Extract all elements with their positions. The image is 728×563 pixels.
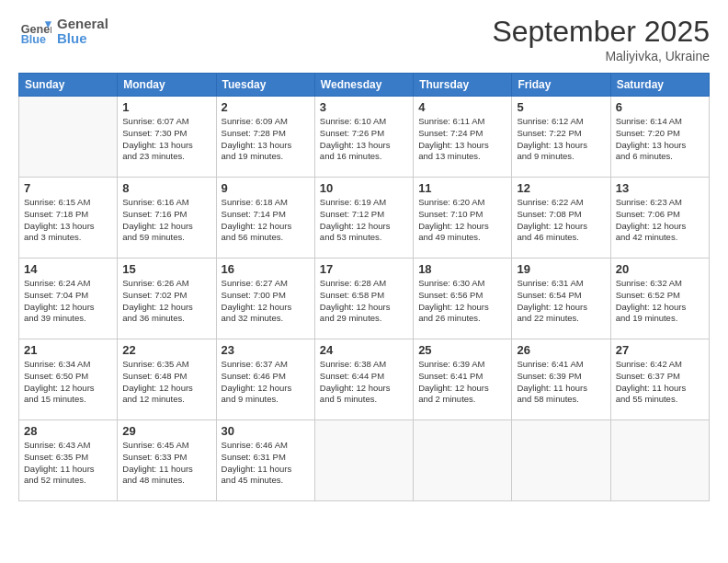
svg-text:Blue: Blue bbox=[21, 33, 46, 46]
day-info: Sunrise: 6:35 AM Sunset: 6:48 PM Dayligh… bbox=[122, 359, 210, 406]
day-number: 22 bbox=[122, 343, 210, 357]
title-block: September 2025 Maliyivka, Ukraine bbox=[492, 15, 710, 63]
calendar-cell: 3Sunrise: 6:10 AM Sunset: 7:26 PM Daylig… bbox=[314, 97, 413, 178]
day-number: 13 bbox=[616, 181, 704, 195]
calendar-cell bbox=[414, 420, 512, 501]
day-info: Sunrise: 6:45 AM Sunset: 6:33 PM Dayligh… bbox=[122, 440, 210, 487]
day-header-saturday: Saturday bbox=[610, 74, 709, 97]
header: General Blue General Blue September 2025… bbox=[18, 15, 710, 63]
calendar-cell: 17Sunrise: 6:28 AM Sunset: 6:58 PM Dayli… bbox=[314, 259, 413, 339]
day-number: 8 bbox=[122, 181, 210, 195]
day-header-friday: Friday bbox=[512, 74, 610, 97]
day-info: Sunrise: 6:39 AM Sunset: 6:41 PM Dayligh… bbox=[418, 359, 506, 406]
calendar-cell bbox=[512, 420, 610, 501]
day-info: Sunrise: 6:30 AM Sunset: 6:56 PM Dayligh… bbox=[418, 278, 506, 325]
day-number: 18 bbox=[418, 262, 506, 276]
day-number: 23 bbox=[222, 343, 310, 357]
day-number: 6 bbox=[616, 100, 704, 114]
day-info: Sunrise: 6:18 AM Sunset: 7:14 PM Dayligh… bbox=[222, 197, 310, 244]
day-info: Sunrise: 6:07 AM Sunset: 7:30 PM Dayligh… bbox=[122, 116, 210, 163]
calendar-cell: 25Sunrise: 6:39 AM Sunset: 6:41 PM Dayli… bbox=[414, 339, 512, 420]
day-number: 15 bbox=[122, 262, 210, 276]
calendar-cell: 5Sunrise: 6:12 AM Sunset: 7:22 PM Daylig… bbox=[512, 97, 610, 178]
day-info: Sunrise: 6:42 AM Sunset: 6:37 PM Dayligh… bbox=[616, 359, 704, 406]
week-row-5: 28Sunrise: 6:43 AM Sunset: 6:35 PM Dayli… bbox=[19, 420, 710, 501]
day-info: Sunrise: 6:26 AM Sunset: 7:02 PM Dayligh… bbox=[122, 278, 210, 325]
month-title: September 2025 bbox=[492, 15, 710, 49]
page: General Blue General Blue September 2025… bbox=[0, 0, 728, 563]
day-info: Sunrise: 6:32 AM Sunset: 6:52 PM Dayligh… bbox=[616, 278, 704, 325]
day-info: Sunrise: 6:20 AM Sunset: 7:10 PM Dayligh… bbox=[418, 197, 506, 244]
calendar-cell: 19Sunrise: 6:31 AM Sunset: 6:54 PM Dayli… bbox=[512, 259, 610, 339]
calendar-cell: 18Sunrise: 6:30 AM Sunset: 6:56 PM Dayli… bbox=[414, 259, 512, 339]
day-number: 30 bbox=[222, 424, 310, 438]
calendar-cell: 1Sunrise: 6:07 AM Sunset: 7:30 PM Daylig… bbox=[118, 97, 216, 178]
day-info: Sunrise: 6:41 AM Sunset: 6:39 PM Dayligh… bbox=[517, 359, 605, 406]
calendar-cell bbox=[610, 420, 709, 501]
week-row-4: 21Sunrise: 6:34 AM Sunset: 6:50 PM Dayli… bbox=[19, 339, 710, 420]
logo-line1: General bbox=[57, 17, 108, 32]
logo: General Blue General Blue bbox=[18, 15, 108, 48]
calendar-cell: 22Sunrise: 6:35 AM Sunset: 6:48 PM Dayli… bbox=[118, 339, 216, 420]
day-info: Sunrise: 6:27 AM Sunset: 7:00 PM Dayligh… bbox=[222, 278, 310, 325]
calendar-cell: 16Sunrise: 6:27 AM Sunset: 7:00 PM Dayli… bbox=[216, 259, 314, 339]
week-row-3: 14Sunrise: 6:24 AM Sunset: 7:04 PM Dayli… bbox=[19, 259, 710, 339]
day-number: 9 bbox=[222, 181, 310, 195]
day-info: Sunrise: 6:09 AM Sunset: 7:28 PM Dayligh… bbox=[222, 116, 310, 163]
day-info: Sunrise: 6:23 AM Sunset: 7:06 PM Dayligh… bbox=[616, 197, 704, 244]
day-info: Sunrise: 6:46 AM Sunset: 6:31 PM Dayligh… bbox=[222, 440, 310, 487]
calendar-cell: 24Sunrise: 6:38 AM Sunset: 6:44 PM Dayli… bbox=[314, 339, 413, 420]
day-info: Sunrise: 6:28 AM Sunset: 6:58 PM Dayligh… bbox=[320, 278, 408, 325]
day-number: 27 bbox=[616, 343, 704, 357]
calendar-cell: 20Sunrise: 6:32 AM Sunset: 6:52 PM Dayli… bbox=[610, 259, 709, 339]
calendar-cell: 2Sunrise: 6:09 AM Sunset: 7:28 PM Daylig… bbox=[216, 97, 314, 178]
day-header-monday: Monday bbox=[118, 74, 216, 97]
calendar-cell: 15Sunrise: 6:26 AM Sunset: 7:02 PM Dayli… bbox=[118, 259, 216, 339]
day-number: 3 bbox=[320, 100, 408, 114]
calendar-cell: 13Sunrise: 6:23 AM Sunset: 7:06 PM Dayli… bbox=[610, 178, 709, 259]
calendar-cell: 28Sunrise: 6:43 AM Sunset: 6:35 PM Dayli… bbox=[19, 420, 118, 501]
day-number: 4 bbox=[418, 100, 506, 114]
calendar-cell: 6Sunrise: 6:14 AM Sunset: 7:20 PM Daylig… bbox=[610, 97, 709, 178]
day-header-wednesday: Wednesday bbox=[314, 74, 413, 97]
day-info: Sunrise: 6:11 AM Sunset: 7:24 PM Dayligh… bbox=[418, 116, 506, 163]
day-header-thursday: Thursday bbox=[414, 74, 512, 97]
calendar-cell: 26Sunrise: 6:41 AM Sunset: 6:39 PM Dayli… bbox=[512, 339, 610, 420]
day-info: Sunrise: 6:24 AM Sunset: 7:04 PM Dayligh… bbox=[24, 278, 112, 325]
calendar-cell: 8Sunrise: 6:16 AM Sunset: 7:16 PM Daylig… bbox=[118, 178, 216, 259]
day-info: Sunrise: 6:43 AM Sunset: 6:35 PM Dayligh… bbox=[24, 440, 112, 487]
calendar-cell bbox=[314, 420, 413, 501]
day-header-sunday: Sunday bbox=[19, 74, 118, 97]
day-number: 21 bbox=[24, 343, 112, 357]
day-info: Sunrise: 6:38 AM Sunset: 6:44 PM Dayligh… bbox=[320, 359, 408, 406]
day-number: 26 bbox=[517, 343, 605, 357]
day-info: Sunrise: 6:22 AM Sunset: 7:08 PM Dayligh… bbox=[517, 197, 605, 244]
day-number: 12 bbox=[517, 181, 605, 195]
location: Maliyivka, Ukraine bbox=[492, 49, 710, 63]
calendar-cell: 11Sunrise: 6:20 AM Sunset: 7:10 PM Dayli… bbox=[414, 178, 512, 259]
day-number: 20 bbox=[616, 262, 704, 276]
calendar-cell: 7Sunrise: 6:15 AM Sunset: 7:18 PM Daylig… bbox=[19, 178, 118, 259]
calendar-cell: 27Sunrise: 6:42 AM Sunset: 6:37 PM Dayli… bbox=[610, 339, 709, 420]
day-info: Sunrise: 6:31 AM Sunset: 6:54 PM Dayligh… bbox=[517, 278, 605, 325]
calendar-cell: 23Sunrise: 6:37 AM Sunset: 6:46 PM Dayli… bbox=[216, 339, 314, 420]
calendar-cell: 4Sunrise: 6:11 AM Sunset: 7:24 PM Daylig… bbox=[414, 97, 512, 178]
calendar-cell: 9Sunrise: 6:18 AM Sunset: 7:14 PM Daylig… bbox=[216, 178, 314, 259]
week-row-2: 7Sunrise: 6:15 AM Sunset: 7:18 PM Daylig… bbox=[19, 178, 710, 259]
day-number: 5 bbox=[517, 100, 605, 114]
day-number: 14 bbox=[24, 262, 112, 276]
day-info: Sunrise: 6:12 AM Sunset: 7:22 PM Dayligh… bbox=[517, 116, 605, 163]
calendar-cell: 30Sunrise: 6:46 AM Sunset: 6:31 PM Dayli… bbox=[216, 420, 314, 501]
calendar-cell: 12Sunrise: 6:22 AM Sunset: 7:08 PM Dayli… bbox=[512, 178, 610, 259]
calendar: SundayMondayTuesdayWednesdayThursdayFrid… bbox=[18, 73, 710, 501]
day-number: 19 bbox=[517, 262, 605, 276]
day-info: Sunrise: 6:10 AM Sunset: 7:26 PM Dayligh… bbox=[320, 116, 408, 163]
day-number: 11 bbox=[418, 181, 506, 195]
day-info: Sunrise: 6:37 AM Sunset: 6:46 PM Dayligh… bbox=[222, 359, 310, 406]
calendar-cell: 14Sunrise: 6:24 AM Sunset: 7:04 PM Dayli… bbox=[19, 259, 118, 339]
calendar-cell: 29Sunrise: 6:45 AM Sunset: 6:33 PM Dayli… bbox=[118, 420, 216, 501]
day-number: 7 bbox=[24, 181, 112, 195]
calendar-header-row: SundayMondayTuesdayWednesdayThursdayFrid… bbox=[19, 74, 710, 97]
calendar-cell bbox=[19, 97, 118, 178]
day-number: 25 bbox=[418, 343, 506, 357]
